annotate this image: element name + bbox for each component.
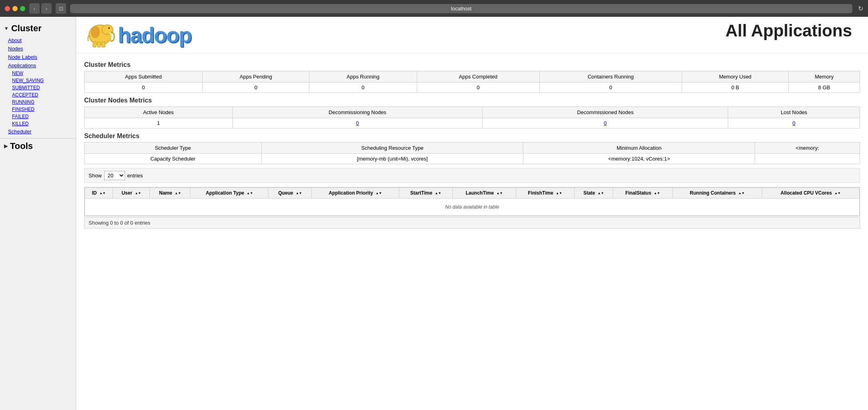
val-scheduler-type: Capacity Scheduler bbox=[85, 154, 262, 164]
decommissioning-link[interactable]: 0 bbox=[356, 120, 359, 126]
entries-select[interactable]: 10 20 50 100 bbox=[104, 171, 125, 180]
sidebar-toggle-button[interactable]: ⊡ bbox=[56, 3, 66, 14]
sidebar-item-applications[interactable]: Applications bbox=[0, 61, 76, 70]
col-apps-running: Apps Running bbox=[309, 71, 417, 82]
decommissioned-link[interactable]: 0 bbox=[604, 120, 607, 126]
tools-label: Tools bbox=[10, 141, 33, 151]
tools-section: ▶ Tools bbox=[0, 138, 76, 154]
sort-arrows-running-containers[interactable]: ▲▼ bbox=[738, 192, 745, 195]
scheduler-metrics-table: Scheduler Type Scheduling Resource Type … bbox=[84, 142, 860, 164]
sidebar-item-node-labels[interactable]: Node Labels bbox=[0, 53, 76, 61]
app-container: ▼ Cluster About Nodes Node Labels Applic… bbox=[0, 17, 868, 410]
applications-table-wrapper: ID ▲▼ User ▲▼ Name ▲▼ bbox=[84, 187, 860, 216]
sidebar-sub-submitted[interactable]: SUBMITTED bbox=[0, 84, 76, 91]
lost-nodes-link[interactable]: 0 bbox=[793, 120, 795, 126]
main-content: hadoop All Applications Cluster Metrics … bbox=[76, 17, 868, 410]
col-apps-pending: Apps Pending bbox=[202, 71, 309, 82]
val-apps-completed: 0 bbox=[417, 82, 539, 93]
th-user: User ▲▼ bbox=[113, 188, 150, 199]
applications-table: ID ▲▼ User ▲▼ Name ▲▼ bbox=[85, 187, 860, 216]
header-area: hadoop All Applications bbox=[76, 17, 868, 53]
col-active-nodes: Active Nodes bbox=[85, 107, 233, 118]
cluster-nodes-metrics-row: 1 0 0 0 bbox=[85, 118, 860, 129]
sort-arrows-app-type[interactable]: ▲▼ bbox=[247, 192, 253, 195]
content-body: Cluster Metrics Apps Submitted Apps Pend… bbox=[76, 53, 868, 237]
sort-arrows-user[interactable]: ▲▼ bbox=[135, 192, 141, 195]
val-decommissioning-nodes: 0 bbox=[232, 118, 482, 129]
scheduler-metrics-title: Scheduler Metrics bbox=[84, 133, 860, 140]
val-partial bbox=[755, 154, 860, 164]
forward-button[interactable]: › bbox=[41, 3, 52, 14]
col-scheduler-type: Scheduler Type bbox=[85, 143, 262, 154]
val-apps-pending: 0 bbox=[202, 82, 309, 93]
sidebar-sub-new[interactable]: NEW bbox=[0, 70, 76, 77]
sort-arrows-allocated-cpu[interactable]: ▲▼ bbox=[834, 192, 841, 195]
sidebar-sub-killed[interactable]: KILLED bbox=[0, 120, 76, 127]
col-memory: Memory bbox=[789, 71, 860, 82]
val-minimum-allocation: <memory:1024, vCores:1> bbox=[523, 154, 755, 164]
col-partial: <memory: bbox=[755, 143, 860, 154]
th-queue: Queue ▲▼ bbox=[268, 188, 312, 199]
tools-arrow: ▶ bbox=[4, 143, 8, 149]
col-decommissioned-nodes: Decommissioned Nodes bbox=[482, 107, 728, 118]
val-active-nodes: 1 bbox=[85, 118, 233, 129]
th-name: Name ▲▼ bbox=[150, 188, 190, 199]
cluster-header[interactable]: ▼ Cluster bbox=[0, 21, 76, 36]
sort-arrows-finish-time[interactable]: ▲▼ bbox=[556, 192, 562, 195]
th-application-priority: Application Priority ▲▼ bbox=[312, 188, 399, 199]
sidebar-sub-failed[interactable]: FAILED bbox=[0, 113, 76, 120]
tools-header[interactable]: ▶ Tools bbox=[0, 138, 76, 154]
showing-entries-text: Showing 0 to 0 of 0 entries bbox=[89, 220, 150, 226]
col-minimum-allocation: Minimum Allocation bbox=[523, 143, 755, 154]
entries-label: entries bbox=[127, 173, 143, 179]
th-allocated-cpu: Allocated CPU VCores ▲▼ bbox=[762, 188, 859, 199]
minimize-button[interactable] bbox=[12, 6, 18, 11]
applications-table-header: ID ▲▼ User ▲▼ Name ▲▼ bbox=[85, 188, 860, 199]
sidebar-item-nodes[interactable]: Nodes bbox=[0, 44, 76, 53]
sort-arrows-final-status[interactable]: ▲▼ bbox=[654, 192, 660, 195]
sidebar-sub-finished[interactable]: FINISHED bbox=[0, 106, 76, 113]
reload-button[interactable]: ↻ bbox=[858, 5, 863, 12]
close-button[interactable] bbox=[5, 6, 10, 11]
cluster-metrics-row: 0 0 0 0 0 0 B 8 GB bbox=[85, 82, 860, 93]
svg-point-2 bbox=[91, 26, 99, 38]
sort-arrows-id[interactable]: ▲▼ bbox=[99, 192, 106, 195]
col-apps-completed: Apps Completed bbox=[417, 71, 539, 82]
val-apps-running: 0 bbox=[309, 82, 417, 93]
th-launch-time: LaunchTime ▲▼ bbox=[453, 188, 516, 199]
svg-rect-6 bbox=[102, 42, 105, 47]
no-data-row: No data available in table bbox=[85, 199, 860, 216]
sidebar-item-about[interactable]: About bbox=[0, 36, 76, 44]
sort-arrows-start-time[interactable]: ▲▼ bbox=[435, 192, 441, 195]
svg-rect-4 bbox=[93, 42, 96, 47]
sort-arrows-launch-time[interactable]: ▲▼ bbox=[497, 192, 503, 195]
sort-arrows-app-priority[interactable]: ▲▼ bbox=[375, 192, 382, 195]
cluster-metrics-title: Cluster Metrics bbox=[84, 61, 860, 68]
col-memory-used: Memory Used bbox=[682, 71, 788, 82]
browser-chrome: ‹ › ⊡ localhost ↻ bbox=[0, 0, 868, 17]
th-finish-time: FinishTime ▲▼ bbox=[516, 188, 574, 199]
svg-point-3 bbox=[108, 27, 110, 29]
col-scheduling-resource-type: Scheduling Resource Type bbox=[262, 143, 523, 154]
val-containers-running: 0 bbox=[539, 82, 682, 93]
sort-arrows-state[interactable]: ▲▼ bbox=[598, 192, 604, 195]
hadoop-logo: hadoop bbox=[84, 21, 191, 49]
url-bar[interactable]: localhost bbox=[70, 4, 852, 13]
hadoop-elephant-icon bbox=[84, 21, 116, 49]
sidebar-item-scheduler[interactable]: Scheduler bbox=[0, 127, 76, 136]
sidebar-sub-accepted[interactable]: ACCEPTED bbox=[0, 91, 76, 98]
col-lost-nodes: Lost Nodes bbox=[728, 107, 860, 118]
th-application-type: Application Type ▲▼ bbox=[190, 188, 268, 199]
maximize-button[interactable] bbox=[20, 6, 25, 11]
th-start-time: StartTime ▲▼ bbox=[399, 188, 453, 199]
cluster-label: Cluster bbox=[11, 23, 42, 34]
hadoop-logo-text: hadoop bbox=[118, 22, 191, 47]
sort-arrows-name[interactable]: ▲▼ bbox=[175, 192, 181, 195]
scheduler-metrics-row: Capacity Scheduler [memory-mb (unit=Mi),… bbox=[85, 154, 860, 164]
sidebar-sub-new-saving[interactable]: NEW_SAVING bbox=[0, 77, 76, 84]
cluster-metrics-table: Apps Submitted Apps Pending Apps Running… bbox=[84, 71, 860, 93]
sidebar-sub-running[interactable]: RUNNING bbox=[0, 98, 76, 106]
back-button[interactable]: ‹ bbox=[29, 3, 40, 14]
sort-arrows-queue[interactable]: ▲▼ bbox=[296, 192, 302, 195]
val-memory: 8 GB bbox=[789, 82, 860, 93]
